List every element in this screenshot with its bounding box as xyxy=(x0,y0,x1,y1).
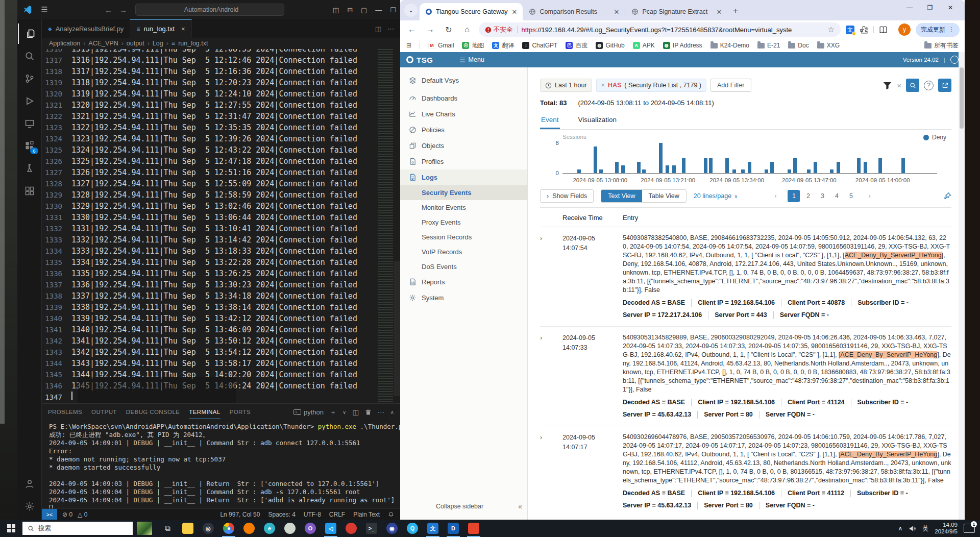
extensions-icon[interactable]: 6 xyxy=(18,136,41,156)
bookmark--[interactable]: ⦿地图 xyxy=(462,41,484,50)
log-line[interactable]: 13351334|192.254.94.111|Thu Sep 5 13:22:… xyxy=(42,257,377,268)
editor-tab-run_log-txt[interactable]: ≡run_log.txt× xyxy=(130,19,191,38)
terminal-dropdown-icon[interactable]: ∨ xyxy=(342,409,346,415)
chart-bar[interactable] xyxy=(878,158,882,174)
log-line[interactable]: 13301329|192.254.94.111|Thu Sep 5 13:02:… xyxy=(42,201,377,212)
scrollbar-thumb[interactable] xyxy=(960,67,964,129)
chart-legend[interactable]: Deny xyxy=(923,134,946,141)
close-tab-icon[interactable]: × xyxy=(181,25,185,33)
log-line[interactable]: 13311330|192.254.94.111|Thu Sep 5 13:06:… xyxy=(42,212,377,223)
panel-tab-debug-console[interactable]: DEBUG CONSOLE xyxy=(126,405,180,419)
breadcrumb-item[interactable]: ACE_VPN xyxy=(88,40,118,47)
bookmark-github[interactable]: ◍GitHub xyxy=(596,42,624,49)
chart-bar[interactable] xyxy=(615,162,619,173)
kill-terminal-icon[interactable] xyxy=(365,409,372,416)
page-3[interactable]: 3 xyxy=(816,190,828,202)
editor-tab-analyzeresultsbrief-py[interactable]: ◆AnalyzeResultsBrief.py xyxy=(42,19,130,38)
browser-tab-1[interactable]: Tiangou Secure Gateway✕ xyxy=(420,3,523,20)
chart-bar[interactable] xyxy=(599,169,603,173)
bookmark-xxg[interactable]: XXG xyxy=(817,42,840,49)
chart-bar[interactable] xyxy=(830,169,834,173)
log-line[interactable]: 13381337|192.254.94.111|Thu Sep 5 13:34:… xyxy=(42,290,377,302)
volume-icon[interactable] xyxy=(909,525,916,532)
search-button[interactable] xyxy=(906,79,919,92)
kebab-menu-icon[interactable]: ⋮ xyxy=(948,26,954,33)
sidebar-item-reports[interactable]: Reports xyxy=(400,274,527,290)
remote-explorer-icon[interactable] xyxy=(18,113,41,134)
minimap[interactable] xyxy=(378,49,393,403)
bell-icon[interactable] xyxy=(388,511,394,518)
chart-bar[interactable] xyxy=(814,162,817,173)
expand-chevron-icon[interactable]: › xyxy=(540,333,562,419)
chart-bar[interactable] xyxy=(594,147,597,173)
user-avatar-icon[interactable] xyxy=(950,56,959,64)
prev-page-icon[interactable]: ‹ xyxy=(769,190,781,202)
taskbar-app-app-navy[interactable]: ◉ xyxy=(382,520,402,537)
chart-bar[interactable] xyxy=(765,169,768,173)
bookmark-star-icon[interactable]: ☆ xyxy=(828,25,835,34)
log-line[interactable]: 13421341|192.254.94.111|Thu Sep 5 13:50:… xyxy=(42,335,377,347)
log-line[interactable]: 13441343|192.254.94.111|Thu Sep 5 13:58:… xyxy=(42,358,377,369)
clear-filter-icon[interactable]: × xyxy=(897,81,901,90)
bookmark-chatgpt[interactable]: ◌ChatGPT xyxy=(522,42,557,49)
browser-tab-2[interactable]: Comparison Results✕ xyxy=(523,3,625,20)
sidebar-item-system[interactable]: System xyxy=(400,290,527,306)
panel-tab-ports[interactable]: PORTS xyxy=(230,405,251,419)
action-center-icon[interactable]: 1 xyxy=(964,524,975,533)
bookmark-e-21[interactable]: E-21 xyxy=(757,42,780,49)
chart-bar[interactable] xyxy=(672,165,676,173)
breadcrumb-item[interactable]: Log xyxy=(153,40,163,47)
remote-indicator[interactable]: >< xyxy=(42,509,57,520)
more-actions-icon[interactable]: ⋯ xyxy=(387,25,394,33)
text-view-button[interactable]: Text View xyxy=(601,190,642,202)
editor-pane[interactable]: 13161315|192.254.94.111|Thu Sep 5 12:08:… xyxy=(42,49,400,403)
panel-tab-terminal[interactable]: TERMINAL xyxy=(189,405,220,419)
sidebar-item-dashboards[interactable]: Dashboards xyxy=(400,90,527,106)
page-scrollbar[interactable] xyxy=(959,52,965,520)
bookmark-ip-address[interactable]: ◍IP Address xyxy=(663,42,702,49)
entry-body[interactable]: 540930878382540800, BASE, 29084661968373… xyxy=(623,234,951,319)
sidebar-item-logs[interactable]: Logs xyxy=(400,169,527,185)
chart-bar[interactable] xyxy=(621,165,625,173)
log-line[interactable]: 13291328|192.254.94.111|Thu Sep 5 12:58:… xyxy=(42,189,377,201)
extensions-puzzle-icon[interactable] xyxy=(860,26,868,34)
chart-bar[interactable] xyxy=(793,158,797,174)
browser-home-icon[interactable]: ⌂ xyxy=(460,25,474,34)
log-line[interactable]: 13201319|192.254.94.111|Thu Sep 5 12:24:… xyxy=(42,88,377,100)
sidebar-item-security-events[interactable]: Security Events xyxy=(400,185,527,200)
page-4[interactable]: 4 xyxy=(830,190,843,202)
chart-bar[interactable] xyxy=(666,165,669,173)
log-line[interactable]: 13371336|192.254.94.111|Thu Sep 5 13:30:… xyxy=(42,279,377,290)
browser-reload-icon[interactable]: ↻ xyxy=(442,25,455,35)
chart-bar[interactable] xyxy=(682,158,685,174)
chart-bar[interactable] xyxy=(725,158,729,174)
sidebar-item-proxy-events[interactable]: Proxy Events xyxy=(400,215,527,230)
sidebar-item-voip-records[interactable]: VoIP Records xyxy=(400,245,527,259)
chart-bar[interactable] xyxy=(864,162,867,173)
taskbar-app-chrome[interactable] xyxy=(218,520,239,537)
command-search-box[interactable]: AutomationAndroid xyxy=(135,4,284,16)
status-item[interactable]: Ln 997, Col 50 xyxy=(220,511,260,518)
taskbar-app-app-purple[interactable]: O xyxy=(300,520,321,537)
maximize-panel-icon[interactable]: ∧ xyxy=(390,409,394,415)
page-2[interactable]: 2 xyxy=(802,190,814,202)
show-fields-button[interactable]: ›Show Fields xyxy=(540,189,594,203)
log-line[interactable]: 13391338|192.254.94.111|Thu Sep 5 13:38:… xyxy=(42,302,377,313)
window-minimize-button[interactable]: — xyxy=(899,0,920,15)
log-line[interactable]: 13181317|192.254.94.111|Thu Sep 5 12:16:… xyxy=(42,66,377,77)
sidebar-item-monitor-events[interactable]: Monitor Events xyxy=(400,200,527,215)
log-line[interactable]: 13251324|192.254.94.111|Thu Sep 5 12:43:… xyxy=(42,144,377,156)
tsg-logo[interactable]: TSG xyxy=(406,56,433,64)
split-terminal-icon[interactable]: ◫ xyxy=(352,408,358,416)
taskbar-search-box[interactable]: 搜索 xyxy=(22,522,133,535)
address-bar[interactable]: 不安全 https://192.168.44.29/#/Log_Security… xyxy=(479,22,841,37)
status-item[interactable]: Plain Text xyxy=(353,511,380,518)
browser-back-icon[interactable]: ← xyxy=(405,25,419,34)
customize-layout-icon[interactable]: ▢ xyxy=(361,6,367,14)
taskbar-app-app-orange-red[interactable] xyxy=(463,520,484,537)
chart-bar[interactable] xyxy=(577,169,581,173)
log-line[interactable]: 13321331|192.254.94.111|Thu Sep 5 13:10:… xyxy=(42,223,377,234)
log-line[interactable]: 13161315|192.254.94.111|Thu Sep 5 12:08:… xyxy=(42,49,377,55)
menu-button[interactable]: ☰Menu xyxy=(459,56,484,64)
problems-status[interactable]: ⊘ 0 △ 0 xyxy=(57,511,87,518)
